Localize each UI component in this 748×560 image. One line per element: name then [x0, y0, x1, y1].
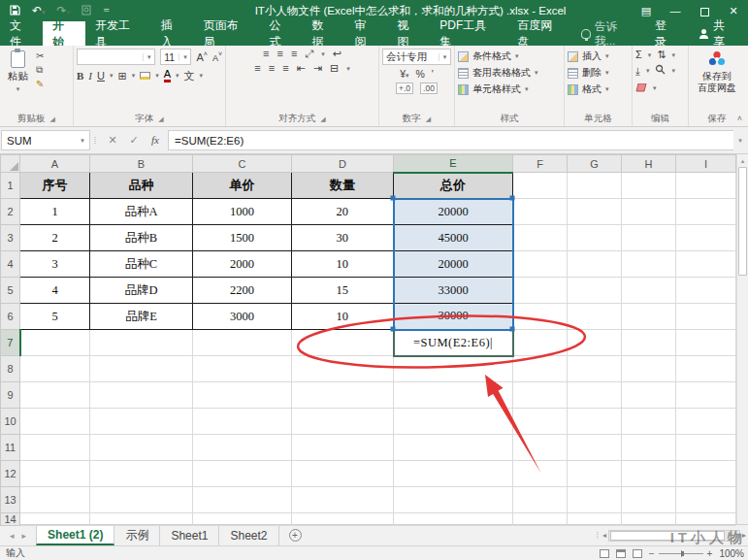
number-dialog-launcher[interactable]: ◢: [426, 115, 431, 123]
cell[interactable]: [513, 356, 568, 382]
row-header-7[interactable]: 7: [1, 330, 20, 356]
cell[interactable]: 4: [20, 278, 90, 304]
cell[interactable]: [676, 435, 736, 461]
cell[interactable]: 序号: [20, 173, 90, 199]
row-header-14[interactable]: 14: [1, 513, 20, 526]
cell[interactable]: [90, 487, 193, 513]
cell[interactable]: [568, 225, 622, 251]
cell[interactable]: [513, 461, 568, 487]
clipboard-dialog-launcher[interactable]: ◢: [50, 115, 55, 123]
phonetic-guide-icon[interactable]: 文: [184, 71, 195, 82]
cell[interactable]: [90, 330, 193, 356]
cell[interactable]: [622, 435, 676, 461]
cell[interactable]: [513, 304, 568, 330]
column-header-H[interactable]: H: [622, 155, 676, 173]
column-header-A[interactable]: A: [20, 155, 90, 173]
cell[interactable]: [193, 356, 292, 382]
save-to-baidu-netdisk-button[interactable]: 保存到 百度网盘: [692, 49, 742, 97]
ribbon-tab[interactable]: 开始: [43, 21, 85, 46]
vertical-scroll-thumb[interactable]: [738, 167, 747, 276]
cell[interactable]: [622, 513, 676, 526]
row-header-13[interactable]: 13: [1, 487, 20, 513]
cell[interactable]: [90, 356, 193, 382]
cell[interactable]: [20, 487, 90, 513]
ribbon-tab[interactable]: 开发工具: [85, 21, 151, 46]
cell[interactable]: [676, 487, 736, 513]
font-size-combo[interactable]: 11▾: [160, 49, 191, 65]
column-header-D[interactable]: D: [292, 155, 394, 173]
cell[interactable]: [394, 356, 513, 382]
font-name-combo[interactable]: ▾: [77, 49, 155, 65]
autosum-icon[interactable]: Σ: [635, 49, 642, 60]
row-header-4[interactable]: 4: [1, 251, 20, 278]
cell[interactable]: [20, 513, 90, 526]
sheet-nav-right-icon[interactable]: ▸: [22, 531, 27, 541]
sort-filter-icon[interactable]: ⇅: [657, 49, 666, 60]
cell[interactable]: 15: [292, 278, 394, 304]
cell[interactable]: [292, 435, 394, 461]
cell[interactable]: [622, 173, 676, 199]
expand-formula-bar-icon[interactable]: ▾: [733, 137, 747, 145]
sheet-tab[interactable]: 示例: [114, 525, 160, 545]
sign-in-button[interactable]: 登录: [645, 21, 688, 46]
cell[interactable]: 1000: [193, 199, 292, 225]
cell[interactable]: [568, 173, 622, 199]
increase-indent-icon[interactable]: ⇥: [313, 63, 322, 74]
sheet-nav-left-icon[interactable]: ◂: [10, 531, 15, 541]
cell[interactable]: 45000: [394, 225, 513, 251]
cell[interactable]: [20, 461, 90, 487]
cell[interactable]: 2000: [193, 251, 292, 278]
tab-splitter-handle[interactable]: ⁞: [592, 525, 602, 545]
redo-button[interactable]: ↷▾: [57, 5, 71, 16]
cell[interactable]: [622, 199, 676, 225]
cell[interactable]: [193, 487, 292, 513]
cell[interactable]: 数量: [292, 173, 394, 199]
underline-button[interactable]: U: [97, 71, 105, 82]
cell[interactable]: [513, 173, 568, 199]
cell[interactable]: [193, 382, 292, 409]
cell[interactable]: [394, 382, 513, 409]
cell[interactable]: [676, 251, 736, 278]
insert-function-icon[interactable]: fx: [146, 134, 165, 147]
clear-icon[interactable]: [635, 82, 647, 95]
sheet-tab[interactable]: Sheet2: [219, 525, 278, 545]
scroll-up-icon[interactable]: ▴: [741, 154, 745, 167]
decrease-indent-icon[interactable]: ⇤: [297, 63, 306, 74]
align-bottom-icon[interactable]: ≡: [291, 49, 297, 59]
ribbon-tab[interactable]: 公式: [260, 21, 303, 46]
cell[interactable]: 1: [20, 199, 90, 225]
align-right-icon[interactable]: ≡: [282, 63, 288, 74]
cell[interactable]: [622, 251, 676, 278]
cell[interactable]: [292, 513, 394, 526]
cell[interactable]: [90, 513, 193, 526]
wrap-text-icon[interactable]: ↩: [333, 49, 341, 59]
ribbon-tab[interactable]: 审阅: [344, 21, 387, 46]
align-left-icon[interactable]: ≡: [254, 63, 260, 74]
cell[interactable]: [568, 356, 622, 382]
row-header-12[interactable]: 12: [1, 461, 20, 487]
cell[interactable]: [568, 409, 622, 435]
fill-icon[interactable]: ⤓: [635, 66, 640, 77]
cell[interactable]: [622, 356, 676, 382]
align-middle-icon[interactable]: ≡: [277, 49, 283, 59]
cell[interactable]: [676, 330, 736, 356]
cut-icon[interactable]: ✂: [36, 50, 44, 61]
cell[interactable]: [568, 513, 622, 526]
cell[interactable]: [513, 330, 568, 356]
cell[interactable]: [513, 513, 568, 526]
cell[interactable]: [292, 409, 394, 435]
confirm-entry-icon[interactable]: ✓: [124, 134, 144, 147]
cell[interactable]: 10: [292, 304, 394, 330]
formula-input[interactable]: =SUM(E2:E6): [168, 130, 733, 150]
ribbon-tab[interactable]: PDF工具集: [430, 21, 507, 46]
cell[interactable]: [292, 382, 394, 409]
ribbon-tab[interactable]: 视图: [387, 21, 430, 46]
cell[interactable]: [193, 435, 292, 461]
cell[interactable]: 1500: [193, 225, 292, 251]
zoom-level[interactable]: 100%: [719, 548, 744, 559]
cell[interactable]: [20, 409, 90, 435]
cell[interactable]: [568, 251, 622, 278]
cell[interactable]: [568, 487, 622, 513]
cell[interactable]: [513, 199, 568, 225]
cell[interactable]: 单价: [193, 173, 292, 199]
